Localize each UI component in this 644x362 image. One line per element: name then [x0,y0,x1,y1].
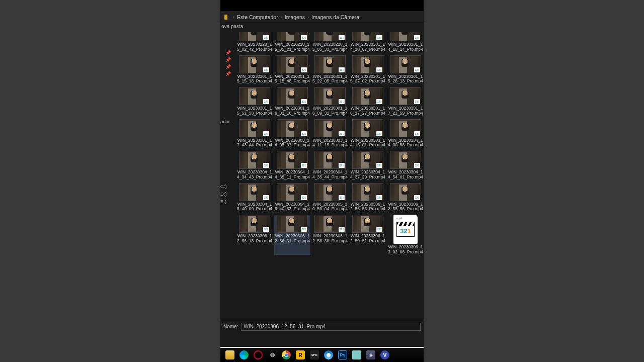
file-item[interactable]: WIN_20230304_15_40_09_Pro.mp4 [236,183,273,212]
file-item[interactable]: .mp4321WIN_20230306_13_02_06_Pro.mp4 [387,215,424,255]
file-item[interactable]: WIN_20230301_17_43_44_Pro.mp4 [236,119,273,148]
video-thumbnail [352,183,383,201]
video-thumbnail [239,119,270,137]
file-name-label: WIN_20230301_15_22_05_Pro.mp4 [312,74,348,84]
pin-icon[interactable]: 📌 [225,71,229,75]
video-thumbnail [239,32,270,41]
video-thumbnail [390,183,421,201]
file-item[interactable]: WIN_20230301_15_22_05_Pro.mp4 [312,55,348,84]
taskbar-app-icon[interactable] [352,350,361,359]
taskbar-camera-icon[interactable]: ◉ [366,350,375,359]
file-item[interactable]: WIN_20230301_15_27_02_Pro.mp4 [350,55,386,84]
file-grid: WIN_20230228_15_02_42_Pro.mp4WIN_2023022… [236,32,424,255]
file-item[interactable]: WIN_20230304_15_40_53_Pro.mp4 [274,183,310,212]
file-item[interactable]: WIN_20230228_15_02_42_Pro.mp4 [236,32,273,52]
file-item[interactable]: WIN_20230306_12_56_31_Pro.mp4 [274,215,310,255]
new-folder-button[interactable]: ova pasta [221,24,243,29]
taskbar-ubisoft-icon[interactable] [324,350,333,359]
file-item[interactable]: WIN_20230301_15_28_13_Pro.mp4 [387,55,424,84]
pin-icon[interactable]: 📌 [225,50,229,54]
file-item[interactable]: WIN_20230304_14_35_11_Pro.mp4 [274,151,310,180]
video-thumbnail [352,215,383,233]
video-thumbnail [390,55,421,73]
file-item[interactable]: WIN_20230303_14_15_01_Pro.mp4 [350,119,386,148]
file-item[interactable]: WIN_20230306_12_55_53_Pro.mp4 [350,183,386,212]
file-item[interactable]: WIN_20230301_16_17_27_Pro.mp4 [350,87,386,116]
taskbar-edge-icon[interactable] [239,350,249,359]
file-item[interactable]: WIN_20230301_15_15_18_Pro.mp4 [236,55,273,84]
video-thumbnail [277,215,308,233]
sidebar-drive-e[interactable]: E:) [220,199,226,204]
file-item[interactable]: WIN_20230304_14_35_44_Pro.mp4 [312,151,348,180]
video-thumbnail [314,151,346,169]
breadcrumb-home-icon[interactable] [224,15,227,20]
file-item[interactable]: WIN_20230304_14_30_56_Pro.mp4 [387,119,424,148]
file-item[interactable]: WIN_20230306_12_59_51_Pro.mp4 [350,215,386,255]
video-thumbnail [352,55,383,73]
file-item[interactable]: WIN_20230301_17_21_59_Pro.mp4 [387,87,424,116]
taskbar-rockstar-icon[interactable]: R [296,350,305,359]
chevron-right-icon: › [307,15,309,20]
video-thumbnail [314,183,346,201]
file-item[interactable]: WIN_20230301_14_18_14_Pro.mp4 [387,32,424,52]
file-item[interactable]: WIN_20230301_15_51_58_Pro.mp4 [236,87,273,116]
file-name-label: WIN_20230301_15_27_02_Pro.mp4 [350,74,386,84]
file-name-label: WIN_20230303_14_11_15_Pro.mp4 [312,138,348,148]
taskbar-opera-icon[interactable] [254,350,263,359]
taskbar-file-explorer-icon[interactable] [225,350,234,359]
taskbar: ❂ R EPIC Ps ◉ V [220,347,424,362]
file-name-label: WIN_20230301_16_17_27_Pro.mp4 [350,106,386,116]
file-name-label: WIN_20230304_14_54_01_Pro.mp4 [387,170,424,180]
video-thumbnail [390,87,421,105]
pin-icon[interactable]: 📌 [225,57,229,61]
sidebar-item[interactable]: ador [220,119,230,124]
file-name-label: WIN_20230301_17_43_44_Pro.mp4 [236,138,273,148]
file-item[interactable]: WIN_20230304_14_34_43_Pro.mp4 [236,151,273,180]
file-item[interactable]: WIN_20230306_12_56_13_Pro.mp4 [236,215,273,255]
video-thumbnail [390,151,421,169]
breadcrumb-seg[interactable]: Este Computador [237,14,278,20]
file-item[interactable]: WIN_20230304_14_54_01_Pro.mp4 [387,151,424,180]
taskbar-photoshop-icon[interactable]: Ps [338,350,347,359]
file-item[interactable]: WIN_20230301_16_03_16_Pro.mp4 [274,87,310,116]
sidebar-drive-d[interactable]: D:) [220,191,227,197]
file-name-label: WIN_20230301_14_18_07_Pro.mp4 [350,42,386,52]
taskbar-epic-icon[interactable]: EPIC [310,350,319,359]
video-thumbnail [314,87,346,105]
video-thumbnail [314,215,346,233]
taskbar-steam-icon[interactable]: ❂ [268,350,277,359]
file-item[interactable]: WIN_20230306_12_58_38_Pro.mp4 [312,215,348,255]
file-item[interactable]: WIN_20230301_15_15_48_Pro.mp4 [274,55,310,84]
file-name-label: WIN_20230306_12_58_38_Pro.mp4 [312,234,348,244]
pin-icon[interactable]: 📌 [225,64,229,68]
breadcrumb[interactable]: › Este Computador › Imagens › Imagens da… [220,11,424,23]
file-item[interactable]: WIN_20230301_16_09_31_Pro.mp4 [312,87,348,116]
video-thumbnail [352,151,383,169]
file-item[interactable]: WIN_20230306_12_55_56_Pro.mp4 [387,183,424,212]
file-name-label: WIN_20230301_15_28_13_Pro.mp4 [387,74,424,84]
taskbar-app-v-icon[interactable]: V [380,350,389,359]
video-thumbnail [239,151,270,169]
file-name-label: WIN_20230303_14_15_01_Pro.mp4 [350,138,386,148]
breadcrumb-seg[interactable]: Imagens da Câmera [311,14,359,20]
filename-input[interactable] [241,323,421,331]
file-item[interactable]: WIN_20230304_14_37_29_Pro.mp4 [350,151,386,180]
file-name-label: WIN_20230228_15_05_33_Pro.mp4 [312,42,348,52]
file-item[interactable]: WIN_20230228_15_05_33_Pro.mp4 [312,32,348,52]
breadcrumb-seg[interactable]: Imagens [285,14,305,20]
file-item[interactable]: WIN_20230303_14_11_15_Pro.mp4 [312,119,348,148]
video-thumbnail [239,183,270,201]
video-thumbnail [314,119,346,137]
file-name-label: WIN_20230228_15_02_42_Pro.mp4 [236,42,273,52]
file-name-label: WIN_20230301_15_15_18_Pro.mp4 [236,74,273,84]
file-name-label: WIN_20230304_14_35_11_Pro.mp4 [274,170,310,180]
file-item[interactable]: WIN_20230303_14_05_07_Pro.mp4 [274,119,310,148]
window-titlebar[interactable] [220,0,424,11]
file-name-label: WIN_20230304_14_30_56_Pro.mp4 [387,138,424,148]
file-name-label: WIN_20230301_16_03_16_Pro.mp4 [274,106,310,116]
sidebar-drive-c[interactable]: C:) [220,184,227,189]
taskbar-chrome-icon[interactable] [282,350,291,359]
file-item[interactable]: WIN_20230305_10_56_04_Pro.mp4 [312,183,348,212]
file-item[interactable]: WIN_20230301_14_18_07_Pro.mp4 [350,32,386,52]
file-item[interactable]: WIN_20230228_15_05_21_Pro.mp4 [274,32,310,52]
